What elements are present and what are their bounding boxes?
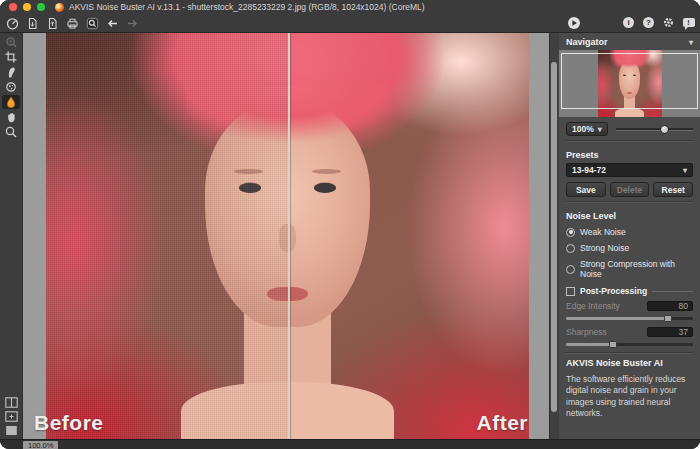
chevron-down-icon: ▾: [683, 166, 687, 175]
navigator-header[interactable]: Navigator ▾: [566, 33, 693, 47]
app-icon: [55, 3, 64, 12]
redo-arrow-icon[interactable]: [124, 16, 141, 31]
sharpness-slider[interactable]: [566, 341, 693, 348]
image-canvas[interactable]: Before After: [23, 33, 549, 439]
reset-preset-button[interactable]: Reset: [653, 182, 693, 197]
help-icon[interactable]: ?: [640, 15, 657, 30]
photo-eye-right: [314, 183, 336, 193]
status-bar: 100.0%: [0, 439, 700, 449]
undo-arrow-icon[interactable]: [104, 16, 121, 31]
edge-intensity-slider[interactable]: [566, 315, 693, 322]
divider: [566, 352, 693, 354]
before-after-image[interactable]: [46, 33, 529, 439]
radio-button[interactable]: [566, 265, 575, 274]
titlebar: AKVIS Noise Buster AI v.13.1 - shutterst…: [0, 0, 700, 14]
photo-brow-right: [312, 169, 341, 174]
presets-title: Presets: [566, 150, 599, 160]
presets-header: Presets: [566, 146, 693, 160]
zoom-slider[interactable]: [616, 123, 693, 135]
post-processing-label: Post-Processing: [580, 286, 647, 296]
blur-drop-icon[interactable]: [2, 95, 20, 109]
divider: [652, 291, 693, 292]
after-label: After: [476, 411, 528, 435]
edge-intensity-slider-thumb[interactable]: [664, 315, 672, 322]
status-zoom-value[interactable]: 100.0%: [23, 441, 58, 449]
divider: [566, 201, 693, 203]
strong-compression-label: Strong Compression with Noise: [580, 259, 693, 279]
save-preset-button[interactable]: Save: [566, 182, 606, 197]
about-description: The software efficiently reduces digital…: [566, 374, 693, 420]
canvas-vertical-scrollbar[interactable]: [549, 33, 559, 439]
crop-icon[interactable]: [2, 50, 20, 64]
info-icon[interactable]: i: [620, 15, 637, 30]
navigator-view-frame[interactable]: [561, 53, 698, 109]
scrollbar-thumb[interactable]: [551, 62, 557, 412]
weak-noise-label: Weak Noise: [580, 227, 626, 237]
view-mode-group: [0, 395, 22, 437]
hand-tool-icon[interactable]: [2, 110, 20, 124]
before-after-split-line[interactable]: [288, 33, 290, 439]
sharpness-label: Sharpness: [566, 327, 607, 337]
workspace-gauge-icon[interactable]: [4, 16, 21, 31]
post-processing-checkbox[interactable]: [566, 287, 575, 296]
feedback-bubble-icon[interactable]: !: [680, 15, 697, 30]
preset-select[interactable]: 13-94-72 ▾: [566, 163, 693, 177]
split-view-icon[interactable]: [2, 396, 20, 409]
single-view-icon[interactable]: [2, 424, 20, 437]
fullscreen-window-button[interactable]: [37, 3, 45, 11]
zoom-value-dropdown[interactable]: 100% ▾: [566, 122, 608, 136]
sharpness-slider-thumb[interactable]: [609, 341, 617, 348]
strong-noise-option[interactable]: Strong Noise: [566, 243, 693, 253]
post-processing-option[interactable]: Post-Processing: [566, 286, 693, 296]
minimize-window-button[interactable]: [23, 3, 31, 11]
preferences-gear-icon[interactable]: [660, 15, 677, 30]
sharpness-parameter: Sharpness 37: [566, 327, 693, 348]
quick-preview-icon[interactable]: [2, 35, 20, 49]
save-file-icon[interactable]: [44, 16, 61, 31]
radio-button[interactable]: [566, 244, 575, 253]
batch-processing-icon[interactable]: [84, 16, 101, 31]
zoom-slider-thumb[interactable]: [660, 125, 669, 134]
sharpness-value[interactable]: 37: [647, 327, 693, 337]
noise-level-header: Noise Level: [566, 207, 693, 221]
noise-overlay-before: [46, 33, 288, 439]
before-label: Before: [34, 411, 104, 435]
navigator-preview[interactable]: [559, 50, 700, 117]
divider: [566, 140, 693, 142]
weak-noise-option[interactable]: Weak Noise: [566, 227, 693, 237]
edge-intensity-parameter: Edge Intensity 80: [566, 301, 693, 322]
denoise-brush-icon[interactable]: [2, 80, 20, 94]
radio-button[interactable]: [566, 228, 575, 237]
settings-panel: Navigator ▾: [559, 33, 700, 439]
zoom-value: 100%: [572, 124, 594, 134]
smudge-tool-icon[interactable]: [2, 65, 20, 79]
run-play-icon[interactable]: [565, 15, 582, 30]
chevron-down-icon: ▾: [689, 38, 693, 47]
noise-level-title: Noise Level: [566, 211, 616, 221]
edge-intensity-value[interactable]: 80: [647, 301, 693, 311]
app-window: AKVIS Noise Buster AI v.13.1 - shutterst…: [0, 0, 700, 449]
chevron-down-icon: ▾: [598, 125, 602, 134]
print-icon[interactable]: [64, 16, 81, 31]
preset-selected-value: 13-94-72: [572, 165, 606, 175]
split-window-icon[interactable]: [2, 410, 20, 423]
strong-noise-label: Strong Noise: [580, 243, 629, 253]
window-title: AKVIS Noise Buster AI v.13.1 - shutterst…: [69, 2, 425, 12]
close-window-button[interactable]: [9, 3, 17, 11]
edge-intensity-label: Edge Intensity: [566, 301, 620, 311]
toolbar: i ? !: [0, 14, 700, 33]
zoom-tool-icon[interactable]: [2, 125, 20, 139]
tools-sidebar: [0, 33, 23, 439]
about-title: AKVIS Noise Buster AI: [566, 358, 693, 368]
delete-preset-button[interactable]: Delete: [610, 182, 650, 197]
navigator-title: Navigator: [566, 37, 608, 47]
open-file-icon[interactable]: [24, 16, 41, 31]
strong-compression-option[interactable]: Strong Compression with Noise: [566, 259, 693, 279]
main-area: Before After Navigator ▾: [0, 33, 700, 439]
